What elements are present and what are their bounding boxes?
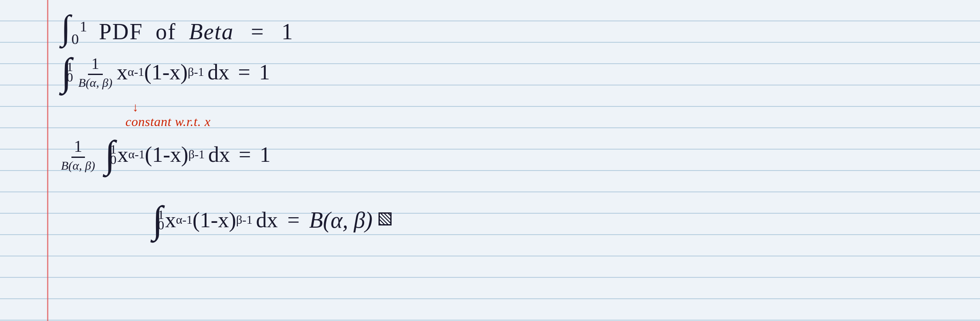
row5-expr-paren: (1-x) [193, 207, 236, 232]
row2-expr-paren1: (1-x) [144, 59, 188, 85]
row2-integral-sym: ∫ [61, 52, 72, 92]
row5-result: B(α, β) [309, 207, 373, 233]
row5-beta-exp: β-1 [236, 213, 253, 227]
row2-value: 1 [259, 59, 270, 85]
row1-upper-bound: 1 [80, 18, 88, 34]
row1-of-label: of [155, 19, 176, 44]
row5-lower: 0 [158, 218, 164, 232]
row5-alpha-exp: α-1 [176, 213, 193, 227]
row4-bounds: 1 0 [110, 142, 117, 167]
row4-alpha-exp: α-1 [128, 147, 145, 161]
margin-line [47, 0, 48, 321]
annotation-area: ↓ constant w.r.t. x [125, 100, 210, 129]
row4-content: 1 B(α, β) ∫ 1 0 xα-1 (1-x)β-1 dx = 1 [61, 135, 270, 174]
row2-expr-x: x [117, 59, 128, 85]
row1-equals: = [251, 19, 264, 44]
row4-equation: 1 B(α, β) ∫ 1 0 xα-1 (1-x)β-1 dx = 1 [61, 135, 270, 174]
row2-fraction: 1 B(α, β) [78, 55, 112, 90]
row4-equals: = [239, 142, 251, 167]
row1-value: 1 [281, 19, 294, 44]
row4-value: 1 [260, 142, 270, 167]
row4-lower: 0 [110, 152, 117, 167]
row1-beta-label: Beta [189, 19, 234, 44]
page: ∫01 PDF of Beta = 1 ∫ 1 0 1 B(α, β) [0, 0, 980, 321]
row4-expr-paren: (1-x) [145, 142, 189, 167]
row2-numerator: 1 [88, 55, 103, 75]
row2-alpha-exp: α-1 [128, 65, 144, 79]
row5-expr-x: x [165, 207, 176, 232]
row4-dx: dx [208, 142, 230, 167]
row2-dx: dx [208, 59, 230, 85]
row4-fraction: 1 B(α, β) [61, 137, 95, 173]
row2-beta-exp: β-1 [188, 65, 204, 79]
row2-equals: = [238, 59, 250, 85]
row4-expr-x: x [118, 142, 128, 167]
row1-pdf-label: PDF [99, 19, 143, 44]
row4-numerator: 1 [71, 137, 85, 158]
row1-integral-sym: ∫ [61, 8, 71, 47]
row5-dx: dx [256, 207, 278, 232]
row5-bounds: 1 0 [158, 207, 164, 232]
row1-lower-bound: 0 [71, 31, 80, 47]
row5-content: ∫ 1 0 xα-1 (1-x)β-1 dx = B(α, β) [152, 201, 392, 239]
qed-box [378, 212, 392, 225]
annotation-text: constant w.r.t. x [125, 114, 210, 129]
row2-content: ∫ 1 0 1 B(α, β) xα-1 (1-x)β-1 dx = 1 [61, 52, 270, 92]
row5-equation: ∫ 1 0 xα-1 (1-x)β-1 dx = B(α, β) [152, 201, 392, 239]
row2-equation: ∫ 1 0 1 B(α, β) xα-1 (1-x)β-1 dx = 1 [61, 52, 270, 92]
content-area: ∫01 PDF of Beta = 1 ∫ 1 0 1 B(α, β) [57, 0, 971, 321]
row4-denominator: B(α, β) [61, 158, 95, 173]
row4-beta-exp: β-1 [188, 147, 205, 161]
row5-equals: = [287, 207, 300, 232]
row1-equation: ∫01 PDF of Beta = 1 [61, 8, 294, 48]
row2-denominator: B(α, β) [78, 75, 112, 90]
annotation-arrow: ↓ [132, 100, 139, 114]
